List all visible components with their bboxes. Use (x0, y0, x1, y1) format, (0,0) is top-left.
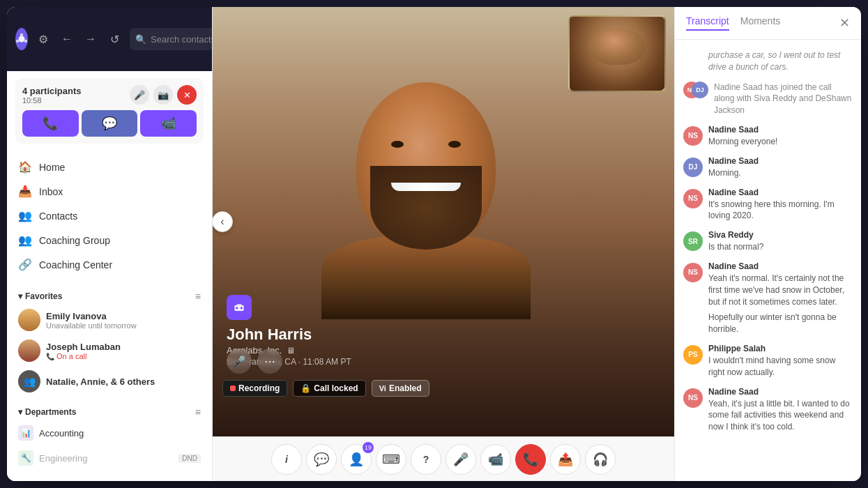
refresh-button[interactable]: ↺ (105, 29, 124, 49)
collapse-panel-button[interactable]: ‹ (213, 211, 233, 232)
info-button[interactable]: i (271, 444, 302, 475)
keyboard-button[interactable]: ⌨ (376, 444, 406, 475)
transcript-messages[interactable]: purchase a car, so I went out to test dr… (675, 40, 861, 481)
dept-engineering[interactable]: 🔧 Engineering DND (7, 445, 212, 471)
nav-icons: ⚙ ← → ↺ (33, 29, 124, 49)
cc-menu-icon[interactable]: ≡ (195, 480, 201, 481)
nav-coaching-center[interactable]: 🔗 Coaching Center (7, 252, 212, 277)
mute-button-main[interactable]: 🎤 (446, 444, 476, 475)
nadine-avatar-2: NS (683, 189, 703, 208)
bottom-toolbar: i 💬 👤 19 ⌨ ? 🎤 📹 📞 📤 🎧 (213, 436, 674, 481)
accounting-icon: 📊 (18, 425, 33, 441)
engineering-icon: 🔧 (18, 450, 33, 466)
search-input[interactable] (151, 34, 213, 45)
coaching-center-icon: 🔗 (18, 258, 32, 271)
msg-nadine-2-text: It's snowing here this morning. I'm lovi… (708, 199, 853, 222)
nav-contacts[interactable]: 👥 Contacts (7, 204, 212, 228)
svg-point-0 (19, 36, 25, 43)
msg-philippe-1-content: Philippe Salah I wouldn't mind having so… (708, 344, 853, 379)
end-call-button-top[interactable]: ✕ (177, 85, 197, 105)
nav-coaching-group[interactable]: 👥 Coaching Group (7, 228, 212, 252)
chevron-down-icon: ▾ (18, 291, 22, 301)
msg-dj-1-name: Nadine Saad (708, 156, 853, 166)
favorites-header: ▾ Favorites ≡ (7, 287, 212, 305)
nav-home-label: Home (39, 162, 65, 173)
settings-button[interactable]: ⚙ (33, 29, 53, 49)
joseph-details: Joseph Lumaban 📞 On a call (46, 342, 201, 360)
favorite-group[interactable]: 👥 Natalie, Annie, & 6 others (7, 366, 212, 397)
svg-point-7 (241, 307, 243, 309)
call-card: 4 participants 10:58 🎤 📷 ✕ 📞 💬 📹 (15, 78, 204, 144)
mute-button[interactable]: 🎤 (130, 85, 149, 105)
video-action-button[interactable]: 📹 (140, 110, 197, 137)
phone-action-button[interactable]: 📞 (22, 110, 79, 137)
help-button[interactable]: ? (411, 444, 441, 475)
msg-nadine-1-name: Nadine Saad (708, 125, 853, 135)
end-call-button-main[interactable]: 📞 (515, 444, 546, 475)
inbox-icon: 📥 (18, 185, 32, 198)
nav-inbox[interactable]: 📥 Inbox (7, 179, 212, 204)
msg-siva-1: SR Siva Reddy Is that normal? (675, 226, 861, 257)
dj-avatar-1: DJ (683, 158, 703, 177)
call-info-top: 4 participants 10:58 🎤 📷 ✕ (22, 85, 197, 105)
join-msg-text: Nadine Saad has joined the call along wi… (714, 82, 853, 116)
nadine-avatar-3: NS (683, 263, 703, 282)
group-details: Natalie, Annie, & 6 others (46, 376, 201, 387)
pip-video (568, 15, 666, 92)
nav-home[interactable]: 🏠 Home (7, 155, 212, 179)
msg-nadine-3: NS Nadine Saad Yeah it's normal. It's ce… (675, 257, 861, 312)
monitor-icon: 🖥 (287, 346, 295, 356)
add-participant-button[interactable]: 👤 19 (341, 444, 372, 475)
off-duty-badge: 🔕 OFF DUTY (139, 481, 192, 482)
nadine-avatar-1: NS (683, 126, 703, 146)
chat-button[interactable]: 💬 (306, 444, 337, 475)
departments-header: ▾ Departments ≡ (7, 402, 212, 420)
vi-label: Vi (379, 384, 386, 392)
svg-rect-5 (237, 304, 242, 306)
dept-accounting-left: 📊 Accounting (18, 425, 84, 441)
msg-nadine-4: NS Nadine Saad Yeah, it's just a little … (675, 383, 861, 437)
recording-badge: Recording (222, 380, 287, 397)
in-video-mic-button[interactable]: 🎤 (227, 349, 252, 374)
nav-inbox-label: Inbox (39, 186, 63, 197)
svg-point-3 (24, 40, 28, 43)
chat-action-button[interactable]: 💬 (82, 110, 138, 137)
rec-dot (230, 386, 236, 391)
tab-moments[interactable]: Moments (740, 15, 781, 31)
msg-nadine-2-name: Nadine Saad (708, 188, 853, 197)
in-video-more-button[interactable]: ⋯ (257, 349, 282, 374)
call-locked-badge: 🔒 Call locked (293, 380, 365, 397)
msg-nadine-3-cont: Hopefully our winter isn't gonna be horr… (675, 312, 861, 340)
share-screen-button[interactable]: 📤 (550, 444, 581, 475)
transcript-panel: Transcript Moments ✕ purchase a car, so … (674, 7, 861, 481)
headset-button[interactable]: 🎧 (585, 444, 616, 475)
nav-coaching-center-label: Coaching Center (39, 259, 112, 270)
close-transcript-button[interactable]: ✕ (839, 15, 850, 31)
favorites-menu-icon[interactable]: ≡ (195, 291, 201, 302)
ai-icon (227, 295, 252, 320)
video-button-main[interactable]: 📹 (480, 444, 511, 475)
msg-siva-1-text: Is that normal? (708, 241, 853, 253)
departments-menu-icon[interactable]: ≡ (195, 406, 201, 418)
nav-section: 🏠 Home 📥 Inbox 👥 Contacts 👥 Coaching Gro… (7, 151, 212, 281)
search-bar[interactable]: 🔍 CMD + / (130, 28, 213, 50)
participant-count-badge: 19 (363, 442, 374, 453)
dept-accounting[interactable]: 📊 Accounting (7, 420, 212, 445)
favorite-emily[interactable]: Emily Ivanova Unavailable until tomorrow (7, 305, 212, 335)
join-avatars: NS DJ (683, 82, 708, 116)
forward-button[interactable]: → (81, 29, 100, 49)
join-msg-content: Nadine Saad has joined the call along wi… (714, 82, 853, 116)
msg-philippe-1-name: Philippe Salah (708, 344, 853, 353)
back-button[interactable]: ← (57, 29, 77, 49)
philippe-avatar-1: PS (683, 345, 703, 365)
video-toggle-button[interactable]: 📷 (153, 85, 173, 105)
call-time: 10:58 (22, 96, 82, 105)
home-icon: 🏠 (18, 160, 32, 174)
emily-details: Emily Ivanova Unavailable until tomorrow (46, 311, 201, 330)
tab-transcript[interactable]: Transcript (686, 15, 729, 31)
favorite-joseph[interactable]: Joseph Lumaban 📞 On a call (7, 335, 212, 366)
msg-philippe-1: PS Philippe Salah I wouldn't mind having… (675, 340, 861, 383)
on-call-dot: 📞 (46, 353, 54, 360)
msg-nadine-3-text: Yeah it's normal. It's certainly not the… (708, 273, 853, 307)
msg-siva-1-content: Siva Reddy Is that normal? (708, 230, 853, 253)
